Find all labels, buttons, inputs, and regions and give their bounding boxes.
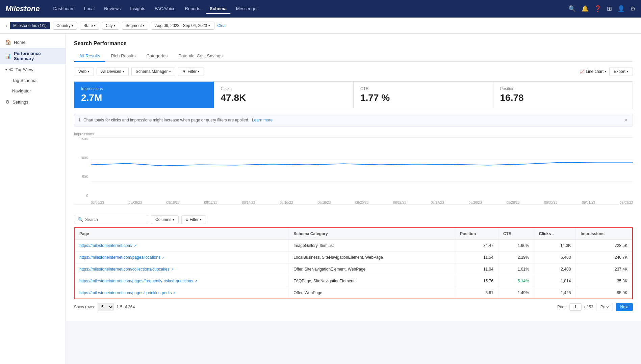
table-row: https://milestoneinternet.com/pages/freq… (74, 275, 633, 287)
cell-schema-0: ImageGallery, ItemList (289, 240, 455, 252)
nav-reviews[interactable]: Reviews (100, 4, 125, 14)
chart-chevron: ▾ (605, 70, 607, 73)
date-range-filter[interactable]: Aug 06, 2023 - Sep 04, 2023 ▾ (151, 22, 214, 30)
next-button[interactable]: Next (616, 303, 633, 311)
filter-button[interactable]: ▼ Filter ▾ (178, 67, 204, 76)
settings-gear-icon[interactable]: ⚙ (630, 5, 636, 12)
page-link-2[interactable]: https://milestoneinternet.com/collection… (79, 267, 284, 272)
bell-icon[interactable]: 🔔 (581, 5, 589, 12)
page-link-4[interactable]: https://milestoneinternet.com/pages/spri… (79, 290, 284, 295)
cell-schema-3: FAQPage, SiteNavigationElement (289, 275, 455, 287)
nav-schema[interactable]: Schema (206, 4, 231, 14)
nav-dashboard[interactable]: Dashboard (49, 4, 79, 14)
cell-page-3: https://milestoneinternet.com/pages/freq… (74, 275, 289, 287)
nav-local[interactable]: Local (80, 4, 99, 14)
help-icon[interactable]: ❓ (594, 5, 601, 12)
table-row: https://milestoneinternet.com/pages/spri… (74, 287, 633, 299)
all-devices-button[interactable]: All Devices ▾ (97, 67, 128, 76)
app-logo: Milestone (5, 4, 40, 13)
line-chart-label: Line chart (586, 69, 604, 74)
sidebar-item-settings[interactable]: ⚙ Settings (0, 96, 66, 108)
cell-impressions-3: 35.3K (576, 275, 633, 287)
rows-per-page-select[interactable]: 5 10 25 (98, 303, 114, 311)
prev-button[interactable]: Prev (596, 303, 613, 311)
sidebar-tagschema-label: Tag Schema (12, 78, 36, 83)
user-icon[interactable]: 👤 (617, 5, 625, 12)
cell-ctr-3: 5.14% (498, 275, 534, 287)
table-filter-button[interactable]: ≡ Filter ▾ (181, 215, 206, 224)
table-row: https://milestoneinternet.com/↗ImageGall… (74, 240, 633, 252)
tab-rich-results[interactable]: Rich Results (105, 51, 141, 62)
devices-chevron: ▾ (123, 70, 124, 73)
table-filter-icon: ≡ (186, 217, 188, 222)
metric-ctr[interactable]: CTR 1.77 % (354, 82, 493, 108)
learn-more-link[interactable]: Learn more (252, 118, 273, 122)
columns-button[interactable]: Columns ▾ (151, 215, 179, 224)
tab-all-results[interactable]: All Results (74, 51, 105, 62)
sidebar-item-home[interactable]: 🏠 Home (0, 36, 66, 48)
x-label-11: 08/28/23 (506, 201, 519, 204)
sidebar-item-performance-summary[interactable]: 📊 Performance Summary (0, 48, 66, 64)
tab-categories[interactable]: Categories (141, 51, 173, 62)
chart-container: 150K 100K 50K 0 08/06/23 08/08/23 (74, 137, 633, 205)
nav-reports[interactable]: Reports (181, 4, 205, 14)
col-header-clicks[interactable]: Clicks ↓ (534, 228, 576, 240)
metric-clicks[interactable]: Clicks 47.8K (214, 82, 354, 108)
search-icon[interactable]: 🔍 (568, 5, 576, 12)
rows-range: 1-5 of 264 (117, 305, 135, 309)
metric-impressions[interactable]: Impressions 2.7M (74, 82, 214, 108)
of-pages: of 53 (584, 305, 593, 309)
web-button[interactable]: Web ▾ (74, 67, 94, 76)
schema-manager-label: Schema Manager (136, 69, 168, 74)
metrics-row: Impressions 2.7M Clicks 47.8K CTR 1.77 %… (74, 81, 633, 108)
tab-potential-cost[interactable]: Potential Cost Savings (173, 51, 228, 62)
x-label-0: 08/06/23 (91, 201, 104, 204)
state-filter[interactable]: State ▾ (80, 22, 99, 30)
content-inner: Search Performance All Results Rich Resu… (66, 34, 641, 321)
sidebar-section-tagview[interactable]: ▾ 🏷 Tag/View (0, 64, 66, 75)
nav-insights[interactable]: Insights (126, 4, 149, 14)
metric-position[interactable]: Position 16.78 (493, 82, 633, 108)
search-input[interactable] (85, 217, 145, 222)
org-selector[interactable]: Milestone Inc (1/1) (10, 22, 50, 29)
nav-messenger[interactable]: Messenger (232, 4, 262, 14)
grid-icon[interactable]: ⊞ (607, 5, 612, 12)
city-filter[interactable]: City ▾ (102, 22, 119, 30)
info-close-button[interactable]: ✕ (624, 117, 628, 123)
cell-clicks-2: 2,408 (534, 263, 576, 275)
col-header-ctr: CTR (498, 228, 534, 240)
chart-toolbar: Web ▾ All Devices ▾ Schema Manager ▾ ▼ F… (74, 67, 633, 76)
table-filter-chevron: ▾ (200, 218, 202, 221)
nav-items: Dashboard Local Reviews Insights FAQ/Voi… (49, 4, 566, 14)
page-label: Page (557, 305, 567, 309)
cell-schema-4: Offer, WebPage (289, 287, 455, 299)
cell-clicks-0: 14.3K (534, 240, 576, 252)
x-label-3: 08/12/23 (204, 201, 217, 204)
sidebar-settings-label: Settings (12, 100, 28, 105)
chart-svg-area (91, 137, 633, 198)
schema-chevron: ▾ (169, 70, 171, 73)
state-chevron: ▾ (94, 24, 96, 27)
chart-line (91, 163, 633, 166)
col-header-schema: Schema Category (289, 228, 455, 240)
sidebar-item-navigator[interactable]: Navigator (0, 86, 66, 96)
page-number-input[interactable] (569, 303, 582, 311)
x-label-9: 08/24/23 (431, 201, 444, 204)
clear-filters-button[interactable]: Clear (217, 23, 227, 28)
country-filter[interactable]: Country ▾ (53, 22, 77, 30)
page-link-0[interactable]: https://milestoneinternet.com/↗ (79, 243, 284, 248)
export-button[interactable]: Export ▾ (609, 67, 633, 76)
schema-manager-button[interactable]: Schema Manager ▾ (131, 67, 175, 76)
line-chart-button[interactable]: 📈 Line chart ▾ (580, 69, 607, 74)
page-link-3[interactable]: https://milestoneinternet.com/pages/freq… (79, 279, 284, 283)
sidebar-item-tagschema[interactable]: Tag Schema (0, 75, 66, 86)
page-link-1[interactable]: https://milestoneinternet.com/pages/loca… (79, 255, 284, 260)
table-body: https://milestoneinternet.com/↗ImageGall… (74, 240, 633, 299)
table-filter-label: Filter (189, 217, 199, 222)
table-row: https://milestoneinternet.com/pages/loca… (74, 252, 633, 263)
segment-filter[interactable]: Segment ▾ (122, 22, 148, 30)
back-button[interactable]: ‹ (5, 23, 7, 29)
nav-faqvoice[interactable]: FAQ/Voice (151, 4, 179, 14)
y-mid: 100K (80, 156, 88, 160)
tab-bar: All Results Rich Results Categories Pote… (74, 51, 633, 62)
